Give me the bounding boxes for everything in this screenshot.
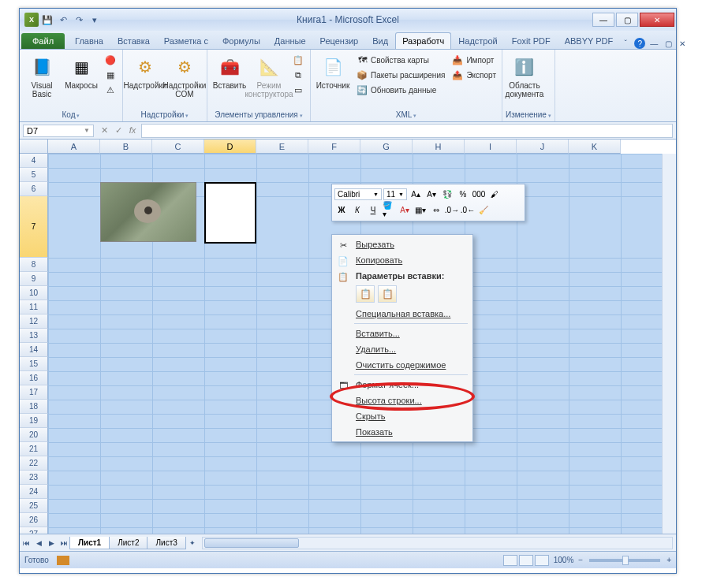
column-header[interactable]: I	[465, 140, 517, 154]
design-mode-button[interactable]: 📐Режим конструктора	[250, 53, 288, 100]
menu-format-cells[interactable]: 🗔Формат ячеек...	[334, 377, 471, 393]
row-header[interactable]: 16	[20, 371, 48, 385]
column-header[interactable]: B	[100, 140, 152, 154]
minimize-button[interactable]: —	[592, 13, 614, 27]
row-header[interactable]: 20	[20, 428, 48, 442]
tab-insert[interactable]: Вставка	[110, 32, 157, 49]
zoom-out-button[interactable]: −	[578, 556, 583, 564]
sheet-tab-3[interactable]: Лист3	[147, 537, 185, 549]
zoom-percent[interactable]: 100%	[554, 556, 574, 564]
tab-formulas[interactable]: Формулы	[215, 32, 267, 49]
column-header[interactable]: F	[308, 140, 360, 154]
macros-button[interactable]: ▦Макросы	[62, 53, 100, 91]
tab-abbyy[interactable]: ABBYY PDF	[558, 32, 621, 49]
view-code-button[interactable]: ⧉	[289, 68, 307, 82]
map-props-button[interactable]: 🗺Свойства карты	[353, 53, 447, 67]
sheet-tab-2[interactable]: Лист2	[109, 537, 147, 549]
bold-button[interactable]: Ж	[334, 203, 349, 217]
row-header[interactable]: 8	[20, 258, 48, 272]
font-color-icon[interactable]: A▾	[398, 203, 412, 217]
borders-icon[interactable]: ▦▾	[413, 203, 428, 217]
row-header[interactable]: 9	[20, 272, 48, 286]
row-header[interactable]: 12	[20, 314, 48, 329]
tab-data[interactable]: Данные	[267, 32, 313, 49]
addins-button[interactable]: ⚙Надстройки	[126, 53, 164, 91]
row-header[interactable]: 7	[20, 196, 48, 258]
tab-file[interactable]: Файл	[21, 33, 65, 49]
excel-icon[interactable]: X	[24, 13, 39, 27]
last-sheet-button[interactable]: ⏭	[58, 537, 70, 549]
paste-default-icon[interactable]: 📋	[356, 285, 375, 303]
menu-copy[interactable]: 📄Копировать	[334, 252, 471, 268]
zoom-in-button[interactable]: +	[667, 556, 671, 564]
view-page-layout-button[interactable]	[519, 555, 533, 566]
qat-more-icon[interactable]: ▾	[88, 13, 102, 27]
macro-security-button[interactable]: ⚠	[102, 83, 119, 97]
row-header[interactable]: 13	[20, 329, 48, 343]
confirm-formula-icon[interactable]: ✓	[111, 125, 125, 137]
import-button[interactable]: 📥Импорт	[449, 53, 498, 67]
row-header[interactable]: 5	[20, 168, 48, 182]
cancel-formula-icon[interactable]: ✕	[97, 125, 111, 137]
font-size-combo[interactable]: 11▼	[383, 188, 407, 200]
column-header[interactable]: C	[152, 140, 204, 154]
row-header[interactable]: 27	[20, 527, 48, 534]
menu-show[interactable]: Показать	[334, 424, 471, 440]
row-header[interactable]: 10	[20, 286, 48, 300]
underline-button[interactable]: Ч	[366, 203, 380, 217]
merge-center-icon[interactable]: ⇔	[429, 203, 443, 217]
paste-values-icon[interactable]: 📋	[378, 285, 397, 303]
menu-paste-special[interactable]: Специальная вставка...	[334, 306, 471, 322]
record-macro-button[interactable]: 🔴	[102, 53, 119, 67]
next-sheet-button[interactable]: ▶	[45, 537, 58, 549]
column-header[interactable]: H	[413, 140, 465, 154]
fx-icon[interactable]: fx	[125, 124, 140, 136]
fill-color-icon[interactable]: 🪣▾	[382, 203, 396, 217]
menu-clear-contents[interactable]: Очистить содержимое	[334, 357, 471, 373]
column-header[interactable]: J	[517, 140, 569, 154]
row-header[interactable]: 18	[20, 400, 48, 414]
properties-button[interactable]: 📋	[289, 53, 307, 67]
relative-refs-button[interactable]: ▦	[102, 68, 119, 82]
zoom-slider[interactable]	[589, 559, 660, 562]
source-button[interactable]: 📄Источник	[314, 53, 352, 91]
row-header[interactable]: 21	[20, 442, 48, 456]
sheet-tab-1[interactable]: Лист1	[69, 537, 110, 549]
refresh-data-button[interactable]: 🔄Обновить данные	[353, 83, 447, 97]
increase-decimal-icon[interactable]: .0→	[445, 203, 459, 217]
tab-foxit[interactable]: Foxit PDF	[505, 32, 558, 49]
comma-style-icon[interactable]: 000	[472, 187, 486, 201]
italic-button[interactable]: К	[350, 203, 364, 217]
decrease-decimal-icon[interactable]: .0←	[461, 203, 475, 217]
tab-page-layout[interactable]: Разметка с	[157, 32, 215, 49]
accounting-format-icon[interactable]: 💱	[440, 187, 454, 201]
menu-cut[interactable]: ✂Вырезать	[334, 236, 471, 252]
column-header[interactable]: E	[256, 140, 308, 154]
minimize-ribbon-icon[interactable]: ˇ	[620, 38, 631, 49]
view-page-break-button[interactable]	[535, 555, 549, 566]
com-addins-button[interactable]: ⚙Надстройки COM	[166, 53, 204, 100]
row-header[interactable]: 26	[20, 513, 48, 527]
embedded-image[interactable]	[100, 182, 196, 242]
column-header[interactable]: K	[569, 140, 621, 154]
tab-home[interactable]: Главна	[68, 32, 110, 49]
formula-input[interactable]	[141, 124, 673, 138]
name-box[interactable]: D7▼	[23, 125, 94, 137]
insert-control-button[interactable]: 🧰Вставить	[211, 53, 248, 91]
row-header[interactable]: 24	[20, 485, 48, 499]
new-sheet-button[interactable]: ✦	[186, 537, 199, 549]
font-family-combo[interactable]: Calibri▼	[334, 188, 382, 200]
tab-addins[interactable]: Надстрой	[451, 32, 504, 49]
format-painter-icon[interactable]: 🖌	[487, 187, 502, 201]
row-header[interactable]: 6	[20, 182, 48, 196]
row-header[interactable]: 4	[20, 154, 48, 168]
export-button[interactable]: 📤Экспорт	[449, 68, 498, 82]
tab-developer[interactable]: Разработч	[395, 32, 451, 49]
redo-icon[interactable]: ↷	[72, 13, 86, 27]
percent-style-icon[interactable]: %	[456, 187, 470, 201]
menu-hide[interactable]: Скрыть	[334, 408, 471, 424]
macro-record-icon[interactable]	[57, 556, 69, 565]
row-header[interactable]: 25	[20, 499, 48, 513]
visual-basic-button[interactable]: 📘Visual Basic	[23, 53, 61, 100]
clear-format-icon[interactable]: 🧹	[476, 203, 491, 217]
